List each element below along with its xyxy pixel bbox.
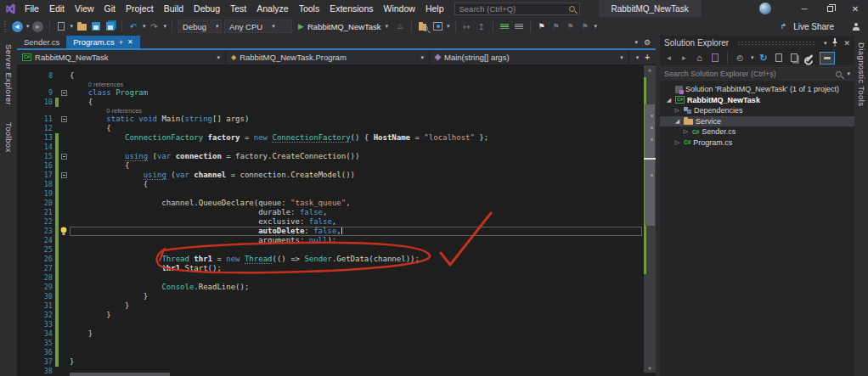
line-number-21[interactable]: 21 <box>17 208 53 217</box>
fold-margin[interactable] <box>59 152 70 161</box>
account-avatar[interactable] <box>759 3 771 14</box>
panel-menu-icon[interactable]: ▾ <box>824 40 827 47</box>
code-text[interactable]: autoDelete: false, <box>70 227 342 236</box>
menu-git[interactable]: Git <box>99 3 121 14</box>
intellitrace-button[interactable] <box>431 20 443 32</box>
code-line-19[interactable]: 19 <box>17 189 644 199</box>
solution-explorer-search-input[interactable]: Search Solution Explorer (Ctrl+ş) ▾ <box>660 67 854 81</box>
line-number-13[interactable]: 13 <box>17 133 53 143</box>
redo-button[interactable]: ↷ <box>149 20 161 32</box>
code-text[interactable]: { <box>70 124 111 133</box>
prev-bookmark-button[interactable]: ⚑ <box>550 20 562 32</box>
navigate-forward-button[interactable]: ► <box>32 20 44 32</box>
code-text[interactable]: { <box>70 180 148 189</box>
step-over-button[interactable]: ↥ <box>476 20 488 32</box>
sync-with-active-document-icon[interactable] <box>709 52 720 64</box>
line-number-18[interactable]: 18 <box>17 180 53 189</box>
pending-changes-filter-icon[interactable]: ◴ <box>735 52 746 64</box>
scroll-up-icon[interactable]: ▲ <box>644 65 656 74</box>
line-number-33[interactable]: 33 <box>17 320 53 329</box>
code-line-14[interactable]: 14 <box>17 143 644 152</box>
pin-panel-icon[interactable] <box>831 38 838 48</box>
code-text[interactable]: Thread thr1 = new Thread(() => Sender.Ge… <box>70 255 420 264</box>
line-number-38[interactable]: 38 <box>17 367 53 376</box>
se-forward-icon[interactable]: ► <box>679 52 690 64</box>
collapse-box-icon[interactable] <box>61 116 67 122</box>
code-text[interactable]: } <box>70 292 148 301</box>
code-line-26[interactable]: 26 Thread thr1 = new Thread(() => Sender… <box>17 255 644 264</box>
line-number-9[interactable]: 9 <box>17 88 53 98</box>
menu-analyze[interactable]: Analyze <box>251 3 293 14</box>
collapse-box-icon[interactable] <box>61 172 67 178</box>
close-panel-icon[interactable]: ✕ <box>843 39 850 48</box>
fold-margin[interactable] <box>59 88 70 98</box>
line-number-23[interactable]: 23 <box>17 227 53 236</box>
code-line-18[interactable]: 18 { <box>17 180 644 189</box>
code-text[interactable]: durable: false, <box>70 208 327 217</box>
toolbar-grip[interactable] <box>3 20 7 32</box>
line-number-14[interactable]: 14 <box>17 143 53 152</box>
line-number-30[interactable]: 30 <box>17 292 53 301</box>
scroll-down-icon[interactable]: ▼ <box>644 364 656 373</box>
scrollbar-thumb[interactable] <box>645 104 655 226</box>
menu-build[interactable]: Build <box>159 3 189 14</box>
server-explorer-side-tab[interactable]: Server Explorer <box>4 44 14 105</box>
find-in-files-button[interactable] <box>417 20 429 32</box>
line-number-22[interactable]: 22 <box>17 217 53 227</box>
menu-edit[interactable]: Edit <box>44 3 70 14</box>
menu-tools[interactable]: Tools <box>294 3 325 14</box>
code-line-34[interactable]: 34 } <box>17 329 644 339</box>
code-editor[interactable]: 8{0 references9 class Program10 {0 refer… <box>17 65 656 376</box>
code-line-25[interactable]: 25 <box>17 245 644 255</box>
code-line-23[interactable]: 23 autoDelete: false, <box>17 227 644 236</box>
code-line-20[interactable]: 20 channel.QueueDeclare(queue: "task_que… <box>17 199 644 208</box>
code-text[interactable]: { <box>70 161 129 171</box>
code-line-29[interactable]: 29 Console.ReadLine(); <box>17 283 644 292</box>
collapse-box-icon[interactable] <box>61 90 67 96</box>
codelens-references[interactable]: 0 references <box>17 107 644 115</box>
code-text[interactable]: thr1.Start(); <box>70 264 222 273</box>
code-text[interactable]: channel.QueueDeclare(queue: "task_queue"… <box>70 199 351 208</box>
code-line-16[interactable]: 16 { <box>17 161 644 171</box>
tree-item-rabbitmq-newtask[interactable]: ◢C#RabbitMQ_NewTask <box>660 95 854 106</box>
code-text[interactable]: ConnectionFactory factory = new Connecti… <box>70 133 488 143</box>
line-number-17[interactable]: 17 <box>17 171 53 180</box>
line-number-19[interactable]: 19 <box>17 189 53 199</box>
expand-arrow-icon[interactable]: ▷ <box>674 139 681 146</box>
menu-debug[interactable]: Debug <box>189 3 225 14</box>
minimize-button[interactable]: ─ <box>792 0 817 17</box>
code-text[interactable]: } <box>70 311 111 320</box>
open-folder-button[interactable] <box>76 20 87 32</box>
fold-margin[interactable] <box>59 171 70 180</box>
editor-options-gear-icon[interactable]: ⚙ <box>644 38 651 47</box>
panel-drag-grip[interactable] <box>737 41 815 45</box>
solution-configuration-dropdown[interactable]: Debug▾ <box>178 20 222 33</box>
line-number-32[interactable]: 32 <box>17 311 53 320</box>
menu-file[interactable]: File <box>20 3 44 14</box>
code-text[interactable]: { <box>70 98 93 107</box>
collapse-all-icon[interactable] <box>774 52 785 64</box>
feedback-icon[interactable] <box>852 23 860 31</box>
tree-item-service[interactable]: ◢Service <box>660 116 854 127</box>
tree-item-sender-cs[interactable]: ▷C#Sender.cs <box>660 126 854 137</box>
save-all-button[interactable] <box>104 20 116 32</box>
save-button[interactable] <box>90 20 102 32</box>
code-line-24[interactable]: 24 arguments: null); <box>17 236 644 245</box>
code-line-11[interactable]: 11 static void Main(string[] args) <box>17 115 644 124</box>
line-number-25[interactable]: 25 <box>17 245 53 255</box>
code-line-10[interactable]: 10 { <box>17 98 644 107</box>
code-text[interactable]: arguments: null); <box>70 236 336 245</box>
se-back-icon[interactable]: ◄ <box>663 52 674 64</box>
code-line-17[interactable]: 17 using (var channel = connection.Creat… <box>17 171 644 180</box>
line-number-35[interactable]: 35 <box>17 339 53 348</box>
comment-button[interactable] <box>499 20 510 32</box>
line-number-37[interactable]: 37 <box>17 357 53 367</box>
navigate-back-button[interactable]: ◄ <box>11 20 23 32</box>
line-number-24[interactable]: 24 <box>17 236 53 245</box>
menu-help[interactable]: Help <box>420 3 449 14</box>
code-line-15[interactable]: 15 using (var connection = factory.Creat… <box>17 152 644 161</box>
code-text[interactable]: { <box>70 71 74 81</box>
expand-arrow-icon[interactable]: ▷ <box>674 107 681 114</box>
line-number-10[interactable]: 10 <box>17 98 53 107</box>
menu-test[interactable]: Test <box>225 3 251 14</box>
